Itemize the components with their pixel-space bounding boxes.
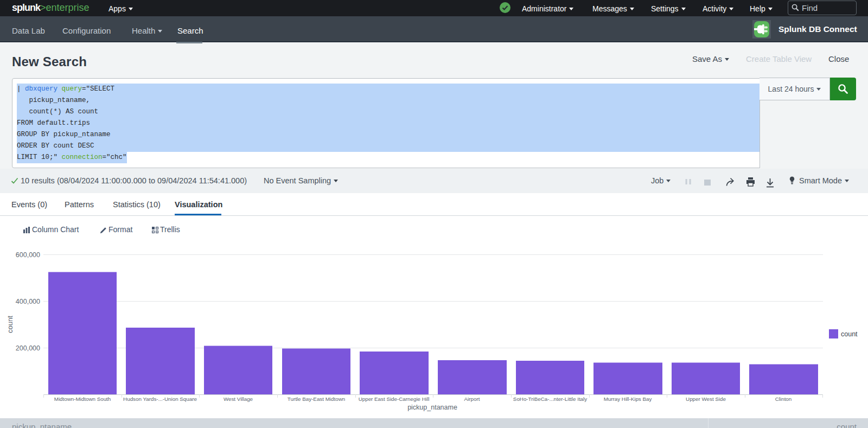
svg-text:Airport: Airport [464,396,480,402]
svg-text:pickup_ntaname: pickup_ntaname [407,404,457,411]
svg-text:600,000: 600,000 [16,251,40,259]
svg-text:Hudson Yards-...-Union Square: Hudson Yards-...-Union Square [123,396,197,402]
svg-text:count: count [6,316,14,333]
svg-text:Murray Hill-Kips Bay: Murray Hill-Kips Bay [604,396,652,402]
svg-text:Upper East Side-Carnegie Hill: Upper East Side-Carnegie Hill [359,396,430,402]
svg-text:Midtown-Midtown South: Midtown-Midtown South [54,396,111,402]
svg-text:Turtle Bay-East Midtown: Turtle Bay-East Midtown [288,396,345,402]
svg-text:SoHo-TriBeCa-...nter-Little It: SoHo-TriBeCa-...nter-Little Italy [513,396,587,402]
svg-text:Clinton: Clinton [775,396,792,402]
svg-text:Upper West Side: Upper West Side [686,396,726,402]
svg-text:400,000: 400,000 [16,298,40,305]
svg-text:count: count [841,330,858,338]
svg-text:200,000: 200,000 [16,344,40,352]
svg-text:West Village: West Village [224,396,253,402]
